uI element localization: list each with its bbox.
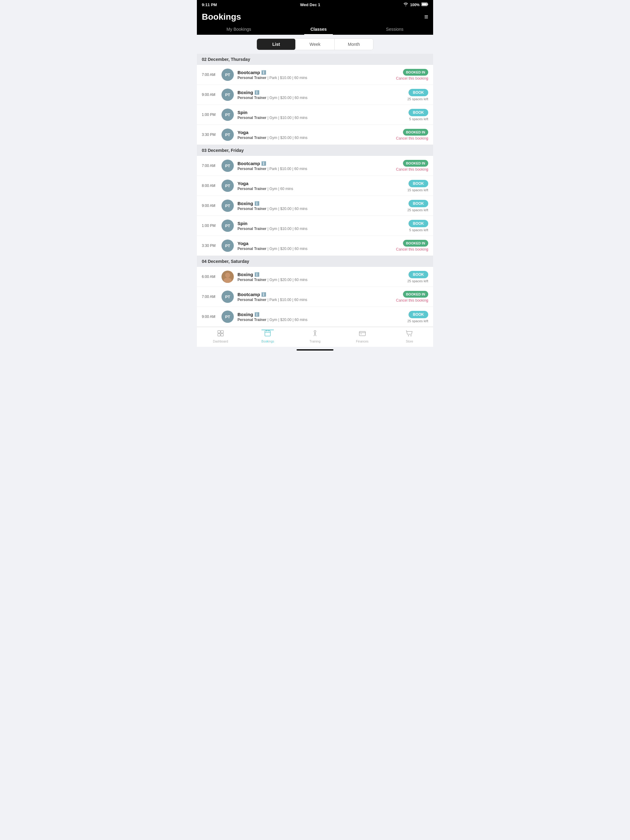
class-info: Boxing ℹ️ Personal Trainer | Gym | $20.0… xyxy=(237,272,397,282)
nav-label-dashboard: Dashboard xyxy=(213,340,228,343)
info-icon[interactable]: ℹ️ xyxy=(255,272,259,277)
class-name: Boxing ℹ️ xyxy=(237,90,397,95)
class-item: 7:00 AM PT Bootcamp ℹ️ Personal Trainer … xyxy=(197,65,433,85)
book-button[interactable]: BOOK xyxy=(408,311,428,318)
class-name: Yoga xyxy=(237,130,392,135)
toggle-week[interactable]: Week xyxy=(296,39,334,50)
class-item: 7:00 AM PT Bootcamp ℹ️ Personal Trainer … xyxy=(197,287,433,307)
class-info: Bootcamp ℹ️ Personal Trainer | Park | $1… xyxy=(237,70,392,80)
class-details: Personal Trainer | Gym | $20.00 | 60 min… xyxy=(237,96,397,100)
tab-my-bookings[interactable]: My Bookings xyxy=(220,24,257,35)
header: Bookings ≡ xyxy=(197,9,433,22)
avatar: PT xyxy=(222,311,234,323)
active-nav-indicator xyxy=(261,330,274,330)
content: 02 December, Thursday 7:00 AM PT Bootcam… xyxy=(197,54,433,327)
nav-label-training: Training xyxy=(309,340,321,343)
booked-button[interactable]: BOOKED IN xyxy=(403,69,428,76)
day-body-dec04: 6:00 AM Boxing ℹ️ Personal Trainer | Gym… xyxy=(197,267,433,327)
avatar: PT xyxy=(222,199,234,212)
class-action: BOOK 25 spaces left xyxy=(400,271,428,283)
class-item: 1:00 PM PT Spin Personal Trainer | Gym |… xyxy=(197,216,433,236)
class-item: 7:00 AM PT Bootcamp ℹ️ Personal Trainer … xyxy=(197,156,433,176)
class-item: 9:00 AM PT Boxing ℹ️ Personal Trainer | … xyxy=(197,196,433,216)
info-icon[interactable]: ℹ️ xyxy=(261,292,266,297)
class-details: Personal Trainer | Gym | 60 mins xyxy=(237,186,397,191)
spaces-left: 15 spaces left xyxy=(407,188,428,192)
class-time: 3:30 PM xyxy=(202,243,218,248)
info-icon[interactable]: ℹ️ xyxy=(261,161,266,166)
nav-item-store[interactable]: Store xyxy=(402,330,417,343)
class-action: BOOK 5 spaces left xyxy=(400,220,428,232)
cancel-booking-link[interactable]: Cancel this booking xyxy=(396,247,428,251)
class-details: Personal Trainer | Gym | $10.00 | 60 min… xyxy=(237,115,397,120)
book-button[interactable]: BOOK xyxy=(408,271,428,278)
info-icon[interactable]: ℹ️ xyxy=(255,90,259,95)
cancel-booking-link[interactable]: Cancel this booking xyxy=(396,298,428,303)
toggle-list[interactable]: List xyxy=(257,39,296,50)
info-icon[interactable]: ℹ️ xyxy=(255,312,259,317)
book-button[interactable]: BOOK xyxy=(408,109,428,116)
class-details: Personal Trainer | Gym | $20.00 | 60 min… xyxy=(237,278,397,282)
cancel-booking-link[interactable]: Cancel this booking xyxy=(396,136,428,141)
avatar: PT xyxy=(222,219,234,232)
class-name: Spin xyxy=(237,110,397,115)
class-details: Personal Trainer | Park | $10.00 | 60 mi… xyxy=(237,298,392,302)
nav-label-store: Store xyxy=(406,340,413,343)
class-action: BOOKED IN Cancel this booking xyxy=(396,240,428,251)
nav-label-finances: Finances xyxy=(356,340,369,343)
class-time: 1:00 PM xyxy=(202,112,218,117)
class-action: BOOK 5 spaces left xyxy=(400,109,428,121)
nav-item-bookings[interactable]: Bookings xyxy=(260,330,275,343)
svg-rect-5 xyxy=(218,330,220,333)
day-body-dec02: 7:00 AM PT Bootcamp ℹ️ Personal Trainer … xyxy=(197,65,433,145)
day-header-dec02: 02 December, Thursday xyxy=(197,54,433,65)
cancel-booking-link[interactable]: Cancel this booking xyxy=(396,76,428,81)
svg-point-13 xyxy=(314,330,316,332)
class-time: 3:30 PM xyxy=(202,133,218,137)
wifi-icon xyxy=(403,2,408,7)
class-name: Boxing ℹ️ xyxy=(237,201,397,206)
book-button[interactable]: BOOK xyxy=(408,200,428,207)
book-button[interactable]: BOOK xyxy=(408,180,428,187)
class-action: BOOKED IN Cancel this booking xyxy=(396,69,428,81)
day-section-dec02: 02 December, Thursday 7:00 AM PT Bootcam… xyxy=(197,54,433,145)
class-action: BOOKED IN Cancel this booking xyxy=(396,160,428,172)
class-name: Yoga xyxy=(237,241,392,246)
class-details: Personal Trainer | Gym | $20.00 | 60 min… xyxy=(237,207,397,211)
tab-classes[interactable]: Classes xyxy=(304,24,333,35)
class-action: BOOK 25 spaces left xyxy=(400,89,428,101)
avatar: PT xyxy=(222,159,234,172)
class-item: 3:30 PM PT Yoga Personal Trainer | Gym |… xyxy=(197,236,433,256)
class-details: Personal Trainer | Gym | $20.00 | 60 min… xyxy=(237,317,397,322)
booked-button[interactable]: BOOKED IN xyxy=(403,291,428,298)
menu-icon[interactable]: ≡ xyxy=(424,13,428,21)
book-button[interactable]: BOOK xyxy=(408,220,428,227)
nav-item-finances[interactable]: Finances xyxy=(355,330,370,343)
class-item: 9:00 AM PT Boxing ℹ️ Personal Trainer | … xyxy=(197,307,433,327)
toggle-month[interactable]: Month xyxy=(335,39,373,50)
battery-icon xyxy=(421,2,428,7)
class-info: Bootcamp ℹ️ Personal Trainer | Park | $1… xyxy=(237,161,392,171)
class-details: Personal Trainer | Park | $10.00 | 60 mi… xyxy=(237,76,392,80)
bookings-icon xyxy=(264,330,271,339)
home-indicator xyxy=(296,349,334,351)
class-action: BOOK 25 spaces left xyxy=(400,200,428,212)
info-icon[interactable]: ℹ️ xyxy=(261,70,266,75)
class-info: Yoga Personal Trainer | Gym | $20.00 | 6… xyxy=(237,241,392,251)
spaces-left: 25 spaces left xyxy=(407,208,428,212)
store-icon xyxy=(406,330,413,339)
svg-rect-6 xyxy=(221,330,223,333)
day-header-dec03: 03 December, Friday xyxy=(197,145,433,156)
nav-item-dashboard[interactable]: Dashboard xyxy=(213,330,228,343)
tab-sessions[interactable]: Sessions xyxy=(380,24,410,35)
booked-button[interactable]: BOOKED IN xyxy=(403,160,428,167)
book-button[interactable]: BOOK xyxy=(408,89,428,96)
class-name: Spin xyxy=(237,221,397,226)
nav-item-training[interactable]: Training xyxy=(307,330,323,343)
booked-button[interactable]: BOOKED IN xyxy=(403,129,428,136)
class-name: Bootcamp ℹ️ xyxy=(237,70,392,75)
booked-button[interactable]: BOOKED IN xyxy=(403,240,428,246)
avatar: PT xyxy=(222,109,234,121)
info-icon[interactable]: ℹ️ xyxy=(255,201,259,206)
cancel-booking-link[interactable]: Cancel this booking xyxy=(396,167,428,172)
